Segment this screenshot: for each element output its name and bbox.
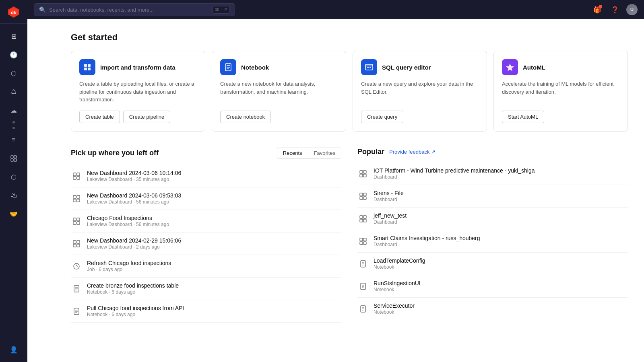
popular-item-1-content: Sirens - File Dashboard (374, 190, 628, 202)
topbar: 🔍 ⌘ + P 🎁 ❓ U (27, 0, 644, 19)
two-col-section: Pick up where you left off Recents Favor… (71, 148, 628, 323)
svg-rect-46 (363, 171, 366, 173)
create-query-button[interactable]: Create query (361, 111, 403, 123)
recent-item-4[interactable]: Refresh Chicago food inspections Job · 6… (71, 255, 341, 278)
create-pipeline-button[interactable]: Create pipeline (123, 111, 170, 123)
sidebar-item-recents[interactable]: 🕐 (6, 47, 22, 63)
sidebar-item-repos[interactable]: ⬡ (6, 169, 22, 185)
cards-row: Import and transform data Create a table… (71, 51, 628, 132)
main-content: Get started Import and transform data Cr… (55, 19, 644, 362)
notebook-title: Notebook (241, 64, 269, 71)
provide-feedback-link[interactable]: Provide feedback ↗ (389, 149, 436, 155)
popular-item-2-title: jeff_new_test (374, 212, 628, 219)
popular-title: Popular (357, 148, 384, 156)
gift-button[interactable]: 🎁 (591, 3, 604, 16)
recent-item-5-sub: Notebook · 6 days ago (87, 289, 341, 295)
import-svg (83, 63, 92, 72)
recent-item-5-icon (71, 283, 82, 294)
start-automl-button[interactable]: Start AutoML (502, 111, 544, 123)
recents-title: Pick up where you left off (71, 149, 159, 157)
get-started-title: Get started (71, 32, 628, 43)
search-icon: 🔍 (39, 6, 46, 13)
recent-item-1-title: New Dashboard 2024-03-06 09:53:03 (87, 192, 341, 199)
recent-item-1-icon (71, 193, 82, 204)
databricks-logo-icon: db (7, 6, 20, 19)
recent-item-3[interactable]: New Dashboard 2024-02-29 15:06:06 Lakevi… (71, 232, 341, 255)
recents-section: Pick up where you left off Recents Favor… (71, 148, 341, 323)
tab-favorites[interactable]: Favorites (308, 148, 341, 158)
popular-item-1-sub: Dashboard (374, 197, 628, 202)
recent-item-0-icon (71, 171, 82, 182)
sidebar-item-admin[interactable]: 👤 (6, 341, 22, 358)
popular-header-left: Popular Provide feedback ↗ (357, 148, 436, 156)
recent-item-0[interactable]: New Dashboard 2024-03-06 10:14:06 Lakevi… (71, 165, 341, 187)
card-import-header: Import and transform data (79, 59, 197, 75)
recent-item-6-content: Pull Chicago food inspections from API N… (87, 305, 341, 317)
popular-item-4-title: LoadTemplateConfig (374, 257, 628, 264)
popular-item-6[interactable]: ServiceExecutor Notebook (357, 298, 628, 320)
popular-item-4[interactable]: LoadTemplateConfig Notebook (357, 253, 628, 275)
svg-rect-51 (360, 197, 363, 200)
popular-item-5[interactable]: RunStsIngestionUI Notebook (357, 275, 628, 298)
popular-item-2-content: jeff_new_test Dashboard (374, 212, 628, 225)
svg-rect-58 (363, 238, 366, 241)
svg-rect-34 (73, 244, 76, 247)
popular-item-6-icon (357, 303, 369, 315)
recent-item-2[interactable]: Chicago Food Inspections Lakeview Dashbo… (71, 210, 341, 232)
sql-svg (365, 63, 374, 72)
automl-buttons: Start AutoML (502, 111, 619, 123)
search-shortcut: ⌘ + P (213, 6, 230, 14)
svg-rect-53 (360, 216, 363, 218)
sidebar-item-catalog[interactable]: ⬡ (6, 65, 22, 81)
user-menu[interactable]: U (626, 4, 638, 15)
popular-item-3[interactable]: Smart Claims Investigation - russ_houber… (357, 230, 628, 253)
svg-rect-32 (73, 241, 76, 243)
tab-recents[interactable]: Recents (277, 148, 308, 158)
sidebar-item-compute[interactable]: ☁ (6, 102, 22, 118)
recents-tabs: Recents Favorites (277, 148, 341, 158)
recent-item-6-icon (71, 306, 82, 317)
svg-rect-52 (363, 197, 366, 200)
sidebar-item-partners[interactable]: 🤝 (6, 206, 22, 222)
sidebar-item-experiments[interactable] (6, 150, 22, 167)
popular-item-3-content: Smart Claims Investigation - russ_houber… (374, 235, 628, 247)
popular-header: Popular Provide feedback ↗ (357, 148, 628, 156)
sidebar-item-home[interactable]: ⊞ (6, 28, 22, 44)
popular-item-1[interactable]: Sirens - File Dashboard (357, 185, 628, 208)
popular-item-0[interactable]: IOT Platform - Wind Turbine predictive m… (357, 162, 628, 185)
automl-desc: Accelerate the training of ML models for… (502, 80, 619, 104)
svg-rect-54 (363, 216, 366, 218)
recent-item-2-icon (71, 216, 82, 227)
recent-item-0-content: New Dashboard 2024-03-06 10:14:06 Lakevi… (87, 170, 341, 182)
search-bar[interactable]: 🔍 ⌘ + P (34, 3, 235, 16)
create-table-button[interactable]: Create table (79, 111, 120, 123)
sidebar: db ⊞ 🕐 ⬡ ♺ ☁ ≡ ⬡ 🛍 🤝 👤 (0, 0, 27, 362)
sidebar-item-jobs[interactable]: ≡ (6, 132, 22, 148)
recent-item-3-title: New Dashboard 2024-02-29 15:06:06 (87, 237, 341, 244)
popular-item-6-sub: Notebook (374, 309, 628, 315)
recent-item-5[interactable]: Create bronze food inspections table Not… (71, 278, 341, 300)
recent-item-6[interactable]: Pull Chicago food inspections from API N… (71, 300, 341, 323)
card-import: Import and transform data Create a table… (71, 51, 205, 132)
logo[interactable]: db (0, 0, 27, 24)
help-button[interactable]: ❓ (609, 3, 621, 16)
recent-item-0-title: New Dashboard 2024-03-06 10:14:06 (87, 170, 341, 176)
popular-item-2[interactable]: jeff_new_test Dashboard (357, 208, 628, 230)
popular-item-4-sub: Notebook (374, 264, 628, 270)
create-notebook-button[interactable]: Create notebook (220, 111, 271, 123)
svg-rect-10 (88, 68, 91, 70)
notebook-card-icon (220, 59, 236, 75)
popular-item-4-icon (357, 258, 369, 269)
recent-item-1[interactable]: New Dashboard 2024-03-06 09:53:03 Lakevi… (71, 187, 341, 210)
automl-svg (506, 63, 514, 72)
svg-rect-22 (73, 177, 76, 179)
import-buttons: Create table Create pipeline (79, 111, 197, 123)
svg-rect-57 (360, 238, 363, 241)
popular-item-3-title: Smart Claims Investigation - russ_houber… (374, 235, 628, 241)
search-input[interactable] (49, 7, 209, 13)
notebook-buttons: Create notebook (220, 111, 338, 123)
sidebar-item-marketplace[interactable]: 🛍 (6, 187, 22, 204)
sidebar-item-workflows[interactable]: ♺ (6, 84, 22, 100)
svg-text:db: db (11, 10, 17, 15)
popular-item-4-content: LoadTemplateConfig Notebook (374, 257, 628, 270)
